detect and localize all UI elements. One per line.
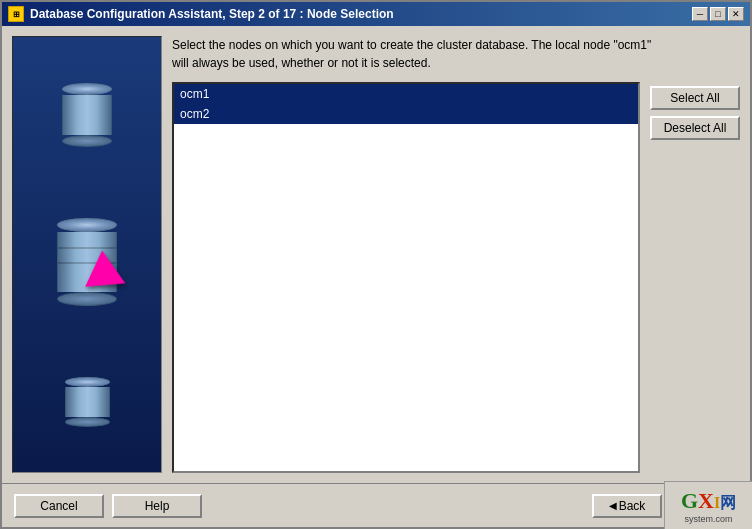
back-button[interactable]: ◀ Back	[592, 494, 662, 518]
watermark-net: 网	[720, 493, 736, 514]
window-title: Database Configuration Assistant, Step 2…	[30, 7, 394, 21]
watermark-domain: system.com	[684, 514, 732, 524]
watermark: G X I 网 system.com	[664, 481, 752, 529]
bottom-bar: Cancel Help ◀ Back Next ▶	[2, 483, 750, 527]
deselect-all-button[interactable]: Deselect All	[650, 116, 740, 140]
watermark-g: G	[681, 488, 698, 514]
bottom-cylinder	[65, 377, 110, 427]
nodes-section: ocm1 ocm2 Select All Deselect All	[172, 82, 740, 473]
maximize-button[interactable]: □	[710, 7, 726, 21]
node-item-ocm2[interactable]: ocm2	[174, 104, 638, 124]
content-area: Select the nodes on which you want to cr…	[2, 26, 750, 527]
title-bar: ⊞ Database Configuration Assistant, Step…	[2, 2, 750, 26]
back-arrow-icon: ◀	[609, 500, 617, 511]
arrow-icon	[89, 253, 130, 298]
help-button[interactable]: Help	[112, 494, 202, 518]
window-icon: ⊞	[8, 6, 24, 22]
node-item-ocm1[interactable]: ocm1	[174, 84, 638, 104]
description: Select the nodes on which you want to cr…	[172, 36, 740, 72]
select-all-button[interactable]: Select All	[650, 86, 740, 110]
right-panel: Select the nodes on which you want to cr…	[172, 36, 740, 473]
node-list[interactable]: ocm1 ocm2	[172, 82, 640, 473]
cancel-button[interactable]: Cancel	[14, 494, 104, 518]
bottom-left-buttons: Cancel Help	[14, 494, 202, 518]
close-button[interactable]: ✕	[728, 7, 744, 21]
illustration-panel	[12, 36, 162, 473]
top-cylinder	[62, 83, 112, 147]
minimize-button[interactable]: ─	[692, 7, 708, 21]
watermark-x: X	[698, 488, 714, 514]
side-buttons: Select All Deselect All	[650, 82, 740, 473]
